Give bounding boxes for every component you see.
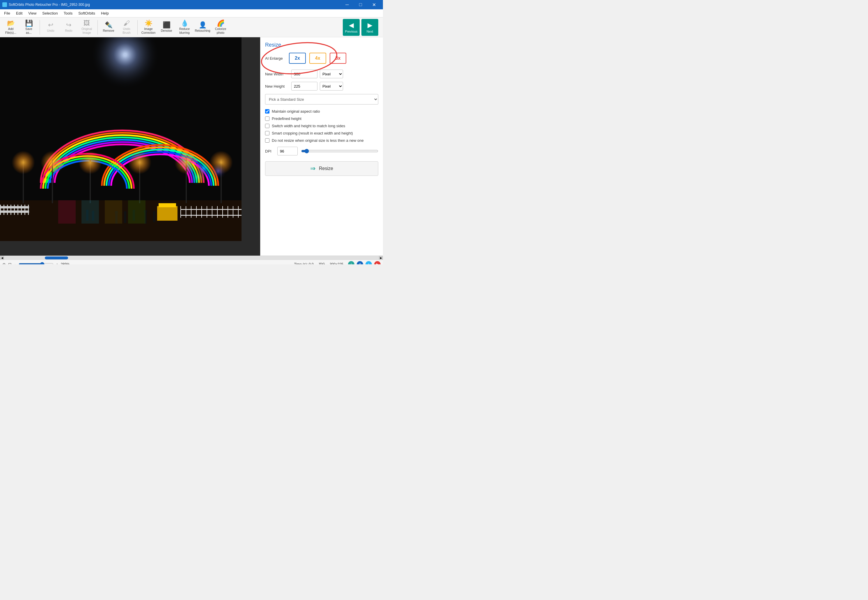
add-files-label: AddFile(s)... — [5, 27, 16, 34]
denoise-button[interactable]: ⬛ Denoise — [158, 19, 175, 36]
scrollbar-thumb[interactable] — [45, 256, 68, 259]
next-arrow-icon: ▶ — [367, 21, 372, 29]
menu-edit[interactable]: Edit — [13, 10, 25, 17]
horizontal-scrollbar[interactable]: ◀ ▶ — [0, 256, 383, 260]
image-correction-icon: ☀️ — [145, 20, 153, 26]
undo-icon: ↩ — [48, 22, 53, 28]
zoom-plus-button[interactable]: + — [56, 262, 58, 265]
status-format: JPG — [318, 262, 325, 265]
image-correction-button[interactable]: ☀️ ImageCorrection — [140, 19, 157, 36]
status-size: 300×225 — [330, 262, 343, 265]
undo-brush-button[interactable]: 🖌 UndoBrush — [118, 19, 135, 36]
crop-icon: ⊟ — [8, 262, 12, 265]
youtube-icon-button[interactable]: ▶ — [374, 261, 381, 265]
checkbox-smart-cropping: Smart cropping (result in exact width an… — [265, 131, 378, 135]
new-height-input[interactable] — [291, 82, 318, 91]
resize-btn-label: Resize — [319, 166, 333, 171]
close-button[interactable]: ✕ — [367, 0, 381, 9]
original-image-button[interactable]: 🖼 OriginalImage — [78, 19, 95, 36]
image-area — [0, 37, 260, 256]
menu-bar: File Edit View Selection Tools SoftOrbit… — [0, 9, 383, 17]
colorize-button[interactable]: 🌈 Colorizephoto — [212, 19, 229, 36]
title-bar: SoftOrbits Photo Retoucher Pro - IMG_295… — [0, 0, 383, 9]
redo-label: Redo — [65, 29, 72, 33]
next-label: Next — [367, 30, 374, 33]
ai-8x-button[interactable]: 8x — [330, 53, 346, 64]
colorize-icon: 🌈 — [217, 20, 225, 26]
menu-file[interactable]: File — [1, 10, 13, 17]
new-width-input[interactable] — [291, 70, 318, 78]
menu-softorbits[interactable]: SoftOrbits — [76, 10, 98, 17]
remove-icon: ✒️ — [105, 22, 113, 28]
menu-view[interactable]: View — [25, 10, 39, 17]
checkbox-switch-dimensions: Switch width and height to match long si… — [265, 124, 378, 128]
reduce-blurring-button[interactable]: 💧 Reduceblurring — [176, 19, 193, 36]
maximize-button[interactable]: □ — [354, 0, 367, 9]
menu-selection[interactable]: Selection — [39, 10, 60, 17]
separator-1 — [39, 20, 40, 35]
resize-button[interactable]: ⇒ Resize — [265, 161, 378, 176]
dpi-input[interactable] — [277, 147, 298, 156]
standard-size-select[interactable]: Pick a Standard Size 640×480 800×600 102… — [265, 94, 378, 105]
zoom-minus-button[interactable]: − — [14, 262, 16, 265]
checkbox-no-resize: Do not resize when original size is less… — [265, 138, 378, 142]
switch-dimensions-checkbox[interactable] — [265, 124, 269, 128]
facebook-icon-button[interactable]: f — [357, 261, 363, 265]
retouching-icon: 👤 — [199, 22, 207, 28]
redo-icon: ↪ — [66, 22, 71, 28]
next-button[interactable]: ▶ Next — [361, 19, 378, 36]
remove-button[interactable]: ✒️ Remove — [100, 19, 117, 36]
checkbox-predefined-height: Predefined height — [265, 117, 378, 121]
retouching-label: Retouching — [195, 29, 210, 33]
remove-label: Remove — [103, 29, 114, 33]
zoom-level: 289% — [60, 262, 70, 265]
maintain-aspect-checkbox[interactable] — [265, 109, 269, 114]
maintain-aspect-label[interactable]: Maintain original aspect ratio — [272, 109, 320, 114]
minimize-button[interactable]: ─ — [340, 0, 354, 9]
scroll-right-button[interactable]: ▶ — [379, 256, 383, 260]
status-left: ⊕ ⊟ − + 289% — [2, 262, 290, 265]
ai-enlarge-row: AI Enlarge 2x 4x 8x — [265, 53, 378, 64]
save-as-button[interactable]: 💾 Saveas... — [20, 19, 37, 36]
undo-button[interactable]: ↩ Undo — [42, 19, 59, 36]
scroll-left-button[interactable]: ◀ — [0, 256, 4, 260]
switch-dimensions-label[interactable]: Switch width and height to match long si… — [272, 124, 345, 128]
save-label: Saveas... — [25, 27, 32, 34]
twitter-icon-button[interactable]: t — [366, 261, 372, 265]
new-height-unit-select[interactable]: Pixel Percent cm mm inch — [320, 82, 343, 91]
zoom-slider[interactable] — [19, 262, 53, 265]
info-icon-button[interactable]: i — [348, 261, 354, 265]
predefined-height-label[interactable]: Predefined height — [272, 117, 301, 121]
ai-enlarge-label: AI Enlarge — [265, 56, 286, 61]
new-height-row: New Height Pixel Percent cm mm inch — [265, 82, 378, 91]
ai-2x-button[interactable]: 2x — [289, 53, 306, 64]
status-bar: ⊕ ⊟ − + 289% Time (s): 0.0 JPG 300×225 i… — [0, 260, 383, 264]
original-image-icon: 🖼 — [83, 20, 90, 26]
previous-button[interactable]: ◀ Previous — [343, 19, 360, 36]
new-height-label: New Height — [265, 84, 289, 88]
no-resize-label[interactable]: Do not resize when original size is less… — [272, 138, 364, 142]
dpi-slider[interactable] — [301, 149, 378, 153]
predefined-height-checkbox[interactable] — [265, 117, 269, 121]
dpi-row: DPI — [265, 147, 378, 156]
no-resize-checkbox[interactable] — [265, 138, 269, 142]
smart-cropping-label[interactable]: Smart cropping (result in exact width an… — [272, 131, 353, 135]
add-files-button[interactable]: 📂 AddFile(s)... — [2, 19, 19, 36]
ai-4x-button[interactable]: 4x — [309, 53, 326, 64]
right-panel: Resize AI Enlarge 2x 4x 8x New Width Pix… — [260, 37, 383, 256]
separator-2 — [97, 20, 98, 35]
toolbar: 📂 AddFile(s)... 💾 Saveas... ↩ Undo ↪ Red… — [0, 17, 383, 37]
smart-cropping-checkbox[interactable] — [265, 131, 269, 135]
menu-tools[interactable]: Tools — [61, 10, 76, 17]
new-width-unit-select[interactable]: Pixel Percent cm mm inch — [320, 70, 343, 78]
zoom-in-icon: ⊕ — [2, 262, 6, 265]
menu-help[interactable]: Help — [98, 10, 112, 17]
redo-button[interactable]: ↪ Redo — [60, 19, 77, 36]
reduce-blurring-icon: 💧 — [181, 20, 189, 26]
undo-brush-icon: 🖌 — [123, 20, 130, 26]
retouching-button[interactable]: 👤 Retouching — [194, 19, 211, 36]
previous-label: Previous — [345, 30, 358, 33]
checkbox-aspect-ratio: Maintain original aspect ratio — [265, 109, 378, 114]
denoise-icon: ⬛ — [163, 22, 171, 28]
denoise-label: Denoise — [161, 29, 172, 33]
